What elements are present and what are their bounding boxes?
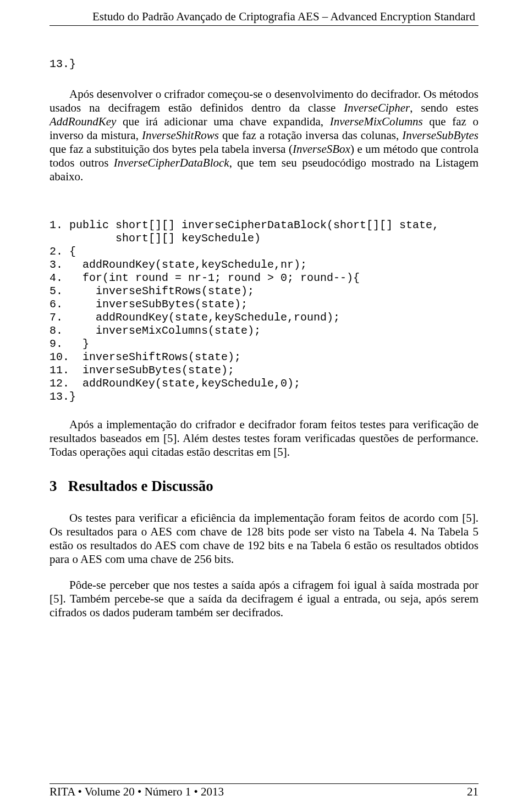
code-line: 3. addRoundKey(state,keySchedule,nr); [50, 258, 479, 272]
code-fragment-prev: 13.} [50, 58, 479, 71]
section-heading: 3 Resultados e Discussão [50, 478, 479, 495]
code-line: 9. } [50, 338, 479, 351]
section-number: 3 [50, 478, 57, 494]
code-line: 12. addRoundKey(state,keySchedule,0); [50, 377, 479, 390]
paragraph-2: Após a implementação do crifrador e deci… [50, 418, 479, 459]
page-footer: RITA • Volume 20 • Número 1 • 2013 21 [50, 783, 479, 799]
code-line: 2. { [50, 245, 479, 258]
code-line: 6. inverseSubBytes(state); [50, 298, 479, 311]
section-title: Resultados e Discussão [68, 478, 213, 494]
footer-page-number: 21 [467, 785, 479, 799]
code-line: 10. inverseShiftRows(state); [50, 351, 479, 364]
code-line: 1. public short[][] inverseCipherDataBlo… [50, 219, 479, 232]
code-line: 7. addRoundKey(state,keySchedule,round); [50, 311, 479, 324]
running-header: Estudo do Padrão Avançado de Criptografi… [50, 10, 479, 26]
code-listing: 1. public short[][] inverseCipherDataBlo… [50, 219, 479, 404]
paragraph-1: Após desenvolver o crifrador começou-se … [50, 87, 479, 184]
code-line: 11. inverseSubBytes(state); [50, 364, 479, 377]
code-line: 4. for(int round = nr-1; round > 0; roun… [50, 272, 479, 285]
paragraph-3: Os testes para verificar a eficiência da… [50, 511, 479, 566]
code-line: 8. inverseMixColumns(state); [50, 324, 479, 338]
code-line: short[][] keySchedule) [50, 232, 479, 245]
code-line: 5. inverseShiftRows(state); [50, 285, 479, 298]
code-line: 13.} [50, 390, 479, 404]
footer-left: RITA • Volume 20 • Número 1 • 2013 [50, 785, 224, 799]
page: Estudo do Padrão Avançado de Criptografi… [0, 0, 528, 812]
paragraph-4: Pôde-se perceber que nos testes a saída … [50, 578, 479, 620]
